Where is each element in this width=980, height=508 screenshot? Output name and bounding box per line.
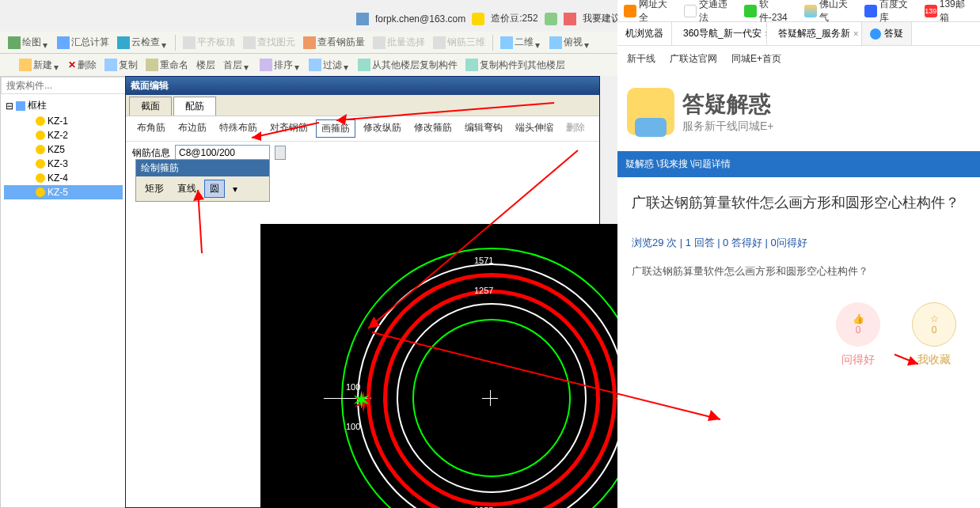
- bm-traffic[interactable]: 交通违法: [684, 0, 736, 25]
- floor-btn[interactable]: 楼层: [193, 57, 218, 74]
- copy-btn[interactable]: 复制: [101, 57, 141, 74]
- bookmark-bar: 网址大全 交通违法 软件-234 佛山天气 百度文库 139139邮箱: [617, 0, 980, 22]
- bm-wenku[interactable]: 百度文库: [864, 0, 917, 25]
- banner-title: 答疑解惑: [682, 89, 774, 119]
- tab-section[interactable]: 截面: [129, 97, 172, 116]
- column-icon: [36, 173, 45, 183]
- browser-tab-active[interactable]: 答疑: [862, 22, 912, 45]
- corner-btn[interactable]: 布角筋: [132, 119, 170, 138]
- copyto-btn[interactable]: 复制构件到其他楼层: [462, 57, 568, 74]
- soft-icon: [744, 5, 757, 17]
- link-xgx[interactable]: 新干线: [627, 52, 655, 66]
- browser-tab[interactable]: 答疑解惑_服务新×: [767, 22, 862, 45]
- credits-label: 造价豆:252: [491, 12, 537, 25]
- edge-btn[interactable]: 布边筋: [173, 119, 211, 138]
- user-email[interactable]: forpk.chen@163.com: [375, 13, 465, 25]
- modstir-btn[interactable]: 修改箍筋: [409, 119, 457, 138]
- tree-item[interactable]: KZ-4: [4, 171, 123, 185]
- shape-line[interactable]: 直线: [172, 180, 202, 198]
- bm-nav[interactable]: 网址大全: [624, 0, 676, 25]
- 3d-icon: [433, 36, 446, 49]
- weather-icon: [804, 5, 817, 17]
- roof-icon: [183, 36, 196, 49]
- rebar-info-label: 钢筋信息: [132, 146, 170, 160]
- edithook-btn[interactable]: 编辑弯钩: [460, 119, 507, 138]
- new-icon: [19, 59, 32, 71]
- browser-tabs: 机浏览器 360导航_新一代安× 答疑解惑_服务新× 答疑: [617, 22, 980, 46]
- bm-weather[interactable]: 佛山天气: [804, 0, 857, 25]
- special-btn[interactable]: 特殊布筋: [215, 119, 262, 138]
- tree-item[interactable]: KZ-1: [4, 114, 123, 128]
- copyfrom-icon: [358, 59, 370, 71]
- tab-rebar[interactable]: 配筋: [173, 97, 216, 116]
- filter-icon: [16, 101, 25, 111]
- rename-btn[interactable]: 重命名: [142, 57, 192, 74]
- question-stats: 浏览29 次 | 1 回答 | 0 答得好 | 0问得好: [632, 236, 966, 250]
- question-desc: 广联达钢筋算量软件怎么画方形和圆形空心柱构件？: [632, 264, 966, 279]
- firstfloor-sel[interactable]: 首层▾: [220, 57, 253, 74]
- browser-tab[interactable]: 360导航_新一代安×: [672, 22, 767, 45]
- rebar-icon: [303, 36, 316, 49]
- vote-fav[interactable]: ☆0 我收藏: [912, 302, 956, 367]
- 2d-tool[interactable]: 二维▾: [497, 34, 545, 51]
- banner-sub: 服务新干线同城E+: [682, 119, 774, 134]
- shape-dropdown[interactable]: ▾: [227, 181, 243, 197]
- shape-rect[interactable]: 矩形: [139, 180, 169, 198]
- link-gld[interactable]: 广联达官网: [670, 52, 717, 66]
- align-btn[interactable]: 对齐钢筋: [265, 119, 313, 138]
- rebar-info-input[interactable]: [175, 145, 270, 161]
- vote-good[interactable]: 👍0 问得好: [836, 302, 880, 367]
- site-banner: 答疑解惑 服务新干线同城E+: [617, 72, 980, 151]
- tree-item[interactable]: KZ-2: [4, 128, 123, 142]
- collapse-icon[interactable]: ⊟: [6, 100, 13, 112]
- copyto-icon: [465, 59, 478, 71]
- del-btn[interactable]: ✕删除: [65, 57, 100, 74]
- column-icon: [36, 188, 45, 197]
- breadcrumb[interactable]: 疑解惑 \我来搜 \问题详情: [617, 151, 980, 177]
- cloud-tool[interactable]: 云检查▾: [114, 34, 171, 51]
- flatroof-tool: 平齐板顶: [180, 34, 238, 51]
- filter-icon: [309, 59, 321, 71]
- browser-tab-home[interactable]: 机浏览器: [617, 22, 672, 45]
- birdview-tool[interactable]: 俯视▾: [546, 34, 594, 51]
- viewrebar-tool[interactable]: 查看钢筋量: [300, 34, 368, 51]
- section-edit-dialog: 截面编辑 截面 配筋 布角筋 布边筋 特殊布筋 对齐钢筋 画箍筋 修改纵筋 修改…: [125, 76, 600, 508]
- endext-btn[interactable]: 端头伸缩: [511, 119, 558, 138]
- modlong-btn[interactable]: 修改纵筋: [359, 119, 406, 138]
- star-marker-g: ✶: [351, 386, 371, 414]
- suggest-link[interactable]: 我要建议: [583, 12, 621, 25]
- user-icon: [356, 13, 369, 25]
- copy-icon: [104, 59, 117, 71]
- rebar3d-tool: 钢筋三维: [430, 34, 488, 51]
- bm-soft[interactable]: 软件-234: [744, 0, 796, 25]
- find-icon: [243, 36, 256, 49]
- dialog-sub-toolbar: 布角筋 布边筋 特殊布筋 对齐钢筋 画箍筋 修改纵筋 修改箍筋 编辑弯钩 端头伸…: [126, 116, 599, 142]
- link-tc[interactable]: 同城E+首页: [731, 52, 781, 66]
- column-icon: [36, 116, 45, 126]
- site-icon: [870, 28, 881, 40]
- draw-tool[interactable]: 绘图▾: [5, 34, 52, 51]
- tree-item[interactable]: KZ5: [4, 142, 123, 157]
- column-icon: [36, 159, 45, 169]
- sum-tool[interactable]: 汇总计算: [54, 34, 112, 51]
- question-content: 广联达钢筋算量软件怎么画方形和圆形空心柱构件？ 浏览29 次 | 1 回答 | …: [617, 177, 980, 294]
- credits-icon: [472, 13, 484, 25]
- vote-fav-label: 我收藏: [912, 353, 956, 367]
- shape-circle[interactable]: 圆: [204, 180, 225, 198]
- nav-links: 新干线 广联达官网 同城E+首页: [617, 46, 980, 72]
- main-toolbar: 绘图▾ 汇总计算 云检查▾ 平齐板顶 查找图元 查看钢筋量 批量选择 钢筋三维 …: [0, 32, 617, 54]
- filter-btn[interactable]: 过滤▾: [306, 57, 353, 74]
- copyfrom-btn[interactable]: 从其他楼层复制构件: [355, 57, 461, 74]
- tree-item[interactable]: KZ-3: [4, 157, 123, 171]
- drawstirrup-btn[interactable]: 画箍筋: [316, 119, 355, 138]
- new-btn[interactable]: 新建▾: [16, 57, 63, 74]
- close-icon[interactable]: ×: [853, 28, 859, 40]
- tree-root[interactable]: ⊟ 框柱: [4, 97, 123, 114]
- sort-btn[interactable]: 排序▾: [256, 57, 304, 74]
- tree-item-selected[interactable]: KZ-5: [4, 185, 123, 199]
- thumbsup-icon: 👍: [853, 313, 864, 324]
- rebar-info-dropdown[interactable]: [275, 146, 286, 160]
- star-icon: ☆: [930, 313, 939, 324]
- search-input[interactable]: [1, 77, 126, 94]
- bm-mail[interactable]: 139139邮箱: [925, 0, 974, 25]
